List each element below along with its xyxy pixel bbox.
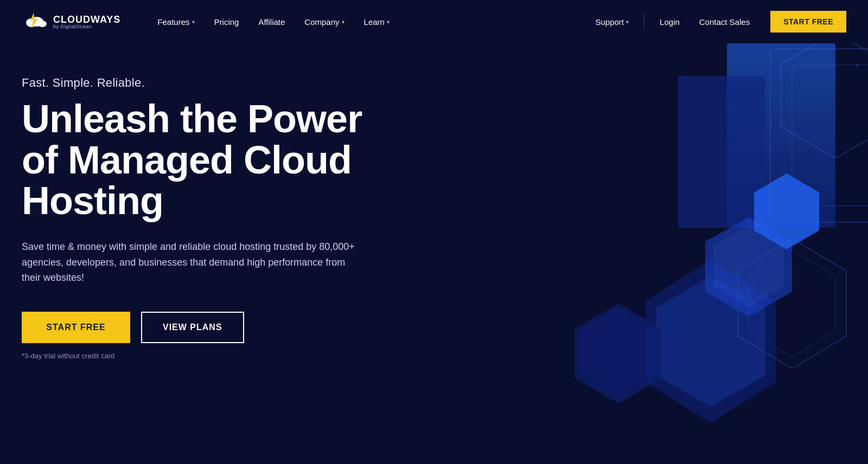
logo-text: CLOUDWAYS by DigitalOcean [53, 15, 120, 29]
nav-divider [644, 14, 644, 30]
nav-affiliate-label: Affiliate [258, 17, 285, 27]
nav-affiliate[interactable]: Affiliate [248, 0, 295, 43]
hero-content: Fast. Simple. Reliable. Unleash the Powe… [22, 76, 401, 360]
nav-company[interactable]: Company ▾ [295, 0, 354, 43]
hero-section: Fast. Simple. Reliable. Unleash the Powe… [0, 43, 868, 464]
cta-buttons: START FREE VIEW PLANS [22, 312, 401, 343]
svg-rect-9 [678, 76, 765, 228]
hero-description: Save time & money with simple and reliab… [22, 239, 358, 286]
nav-features[interactable]: Features ▾ [148, 0, 204, 43]
nav-pricing-label: Pricing [214, 17, 239, 27]
chevron-down-icon: ▾ [626, 19, 629, 25]
nav-right: Support ▾ Login Contact Sales START FREE [586, 0, 847, 43]
chevron-down-icon: ▾ [192, 19, 195, 25]
trial-note: *3-day trial without credit card [22, 352, 401, 360]
nav-support-label: Support [596, 17, 624, 27]
chevron-down-icon: ▾ [342, 19, 344, 25]
hero-start-free-button[interactable]: START FREE [22, 312, 130, 343]
chevron-down-icon: ▾ [387, 19, 390, 25]
nav-learn[interactable]: Learn ▾ [354, 0, 399, 43]
navbar: CLOUDWAYS by DigitalOcean Features ▾ Pri… [0, 0, 868, 43]
nav-start-free-button[interactable]: START FREE [770, 11, 846, 33]
nav-company-label: Company [304, 17, 339, 27]
nav-login[interactable]: Login [650, 0, 690, 43]
nav-learn-label: Learn [364, 17, 385, 27]
logo-sub-text: by DigitalOcean [53, 24, 120, 29]
logo-icon [22, 9, 48, 35]
nav-pricing[interactable]: Pricing [205, 0, 249, 43]
hero-graphic [467, 43, 868, 453]
nav-links: Features ▾ Pricing Affiliate Company ▾ L… [148, 0, 585, 43]
nav-login-label: Login [660, 17, 680, 27]
logo[interactable]: CLOUDWAYS by DigitalOcean [22, 9, 120, 35]
logo-main-text: CLOUDWAYS [53, 15, 120, 24]
nav-support[interactable]: Support ▾ [586, 0, 639, 43]
hero-tagline: Fast. Simple. Reliable. [22, 76, 401, 90]
hero-headline: Unleash the Power of Managed Cloud Hosti… [22, 99, 401, 222]
hero-view-plans-button[interactable]: VIEW PLANS [141, 312, 244, 343]
nav-contact-sales-label: Contact Sales [699, 17, 750, 27]
svg-point-2 [38, 21, 47, 27]
nav-features-label: Features [157, 17, 189, 27]
nav-contact-sales[interactable]: Contact Sales [690, 0, 760, 43]
